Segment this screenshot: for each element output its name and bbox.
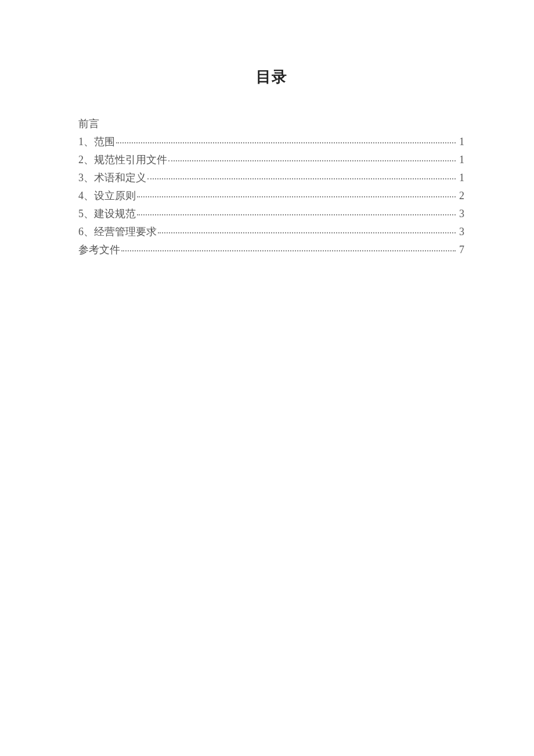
toc-entry-label: 参考文件 (78, 242, 120, 258)
toc-entry-page: 3 (458, 206, 464, 222)
toc-entry-page: 1 (458, 152, 464, 168)
toc-entry: 5、建设规范 3 (78, 205, 464, 223)
toc-entry: 1、范围 1 (78, 133, 464, 151)
toc-leader (147, 178, 456, 179)
toc-leader (137, 196, 456, 197)
toc-entry: 4、设立原则 2 (78, 187, 464, 205)
toc-leader (121, 250, 456, 251)
page-title: 目录 (78, 67, 464, 87)
toc-entry-page: 3 (458, 224, 464, 240)
table-of-contents: 前言 1、范围 1 2、规范性引用文件 1 3、术语和定义 1 4、设立原则 2… (78, 115, 464, 259)
toc-entry-page: 1 (458, 134, 464, 150)
toc-entry-label: 5、建设规范 (78, 206, 136, 222)
toc-leader (137, 214, 456, 215)
toc-entry-page: 1 (458, 170, 464, 186)
toc-entry-label: 2、规范性引用文件 (78, 152, 167, 168)
toc-entry-page: 2 (458, 188, 464, 204)
toc-preface: 前言 (78, 115, 464, 133)
toc-entry: 6、经营管理要求 3 (78, 223, 464, 241)
toc-entry-label: 6、经营管理要求 (78, 224, 157, 240)
toc-leader (116, 142, 456, 143)
toc-leader (168, 160, 456, 161)
toc-leader (158, 232, 456, 233)
document-page: 目录 前言 1、范围 1 2、规范性引用文件 1 3、术语和定义 1 4、设立原… (0, 0, 534, 259)
toc-entry-page: 7 (458, 242, 464, 258)
toc-entry: 参考文件 7 (78, 241, 464, 259)
toc-entry-label: 3、术语和定义 (78, 170, 146, 186)
toc-entry: 2、规范性引用文件 1 (78, 151, 464, 169)
toc-entry: 3、术语和定义 1 (78, 169, 464, 187)
toc-entry-label: 4、设立原则 (78, 188, 136, 204)
toc-entry-label: 1、范围 (78, 134, 115, 150)
